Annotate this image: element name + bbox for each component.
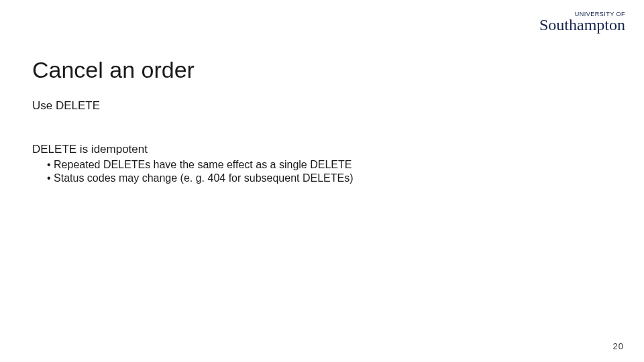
university-logo: UNIVERSITY OF Southampton xyxy=(539,11,625,33)
body-line-2: DELETE is idempotent xyxy=(32,143,148,156)
logo-wordmark: Southampton xyxy=(539,18,625,33)
bullet-item: Repeated DELETEs have the same effect as… xyxy=(47,159,354,171)
body-line-1: Use DELETE xyxy=(32,99,100,113)
bullet-item: Status codes may change (e. g. 404 for s… xyxy=(47,172,354,184)
slide: UNIVERSITY OF Southampton Cancel an orde… xyxy=(0,0,644,362)
slide-title: Cancel an order xyxy=(32,57,195,83)
bullet-list: Repeated DELETEs have the same effect as… xyxy=(47,159,354,186)
page-number: 20 xyxy=(613,341,624,351)
